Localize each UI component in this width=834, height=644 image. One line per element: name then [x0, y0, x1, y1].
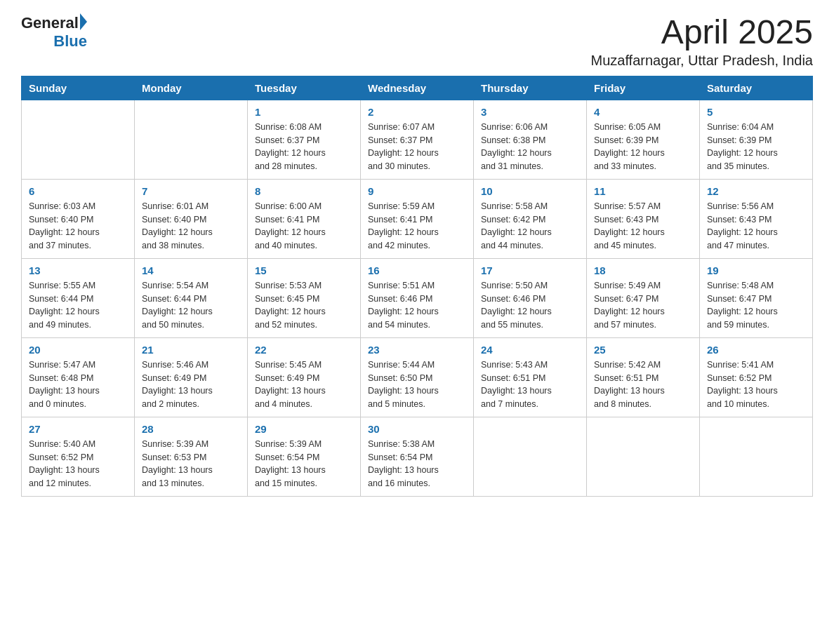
- calendar-cell: 15Sunrise: 5:53 AM Sunset: 6:45 PM Dayli…: [248, 258, 361, 337]
- calendar-cell: 13Sunrise: 5:55 AM Sunset: 6:44 PM Dayli…: [22, 258, 135, 337]
- day-info: Sunrise: 5:55 AM Sunset: 6:44 PM Dayligh…: [29, 279, 127, 332]
- day-info: Sunrise: 5:51 AM Sunset: 6:46 PM Dayligh…: [368, 279, 466, 332]
- logo: General Blue: [21, 14, 87, 51]
- day-info: Sunrise: 5:45 AM Sunset: 6:49 PM Dayligh…: [255, 358, 353, 411]
- day-number: 4: [594, 106, 692, 118]
- calendar-cell: 1Sunrise: 6:08 AM Sunset: 6:37 PM Daylig…: [248, 100, 361, 179]
- day-info: Sunrise: 6:01 AM Sunset: 6:40 PM Dayligh…: [142, 200, 240, 253]
- day-number: 30: [368, 423, 466, 435]
- calendar-cell: [474, 417, 587, 496]
- day-info: Sunrise: 5:38 AM Sunset: 6:54 PM Dayligh…: [368, 438, 466, 490]
- day-info: Sunrise: 6:07 AM Sunset: 6:37 PM Dayligh…: [368, 121, 466, 173]
- calendar-cell: 6Sunrise: 6:03 AM Sunset: 6:40 PM Daylig…: [22, 179, 135, 258]
- day-info: Sunrise: 5:50 AM Sunset: 6:46 PM Dayligh…: [481, 279, 579, 332]
- calendar-day-header: Thursday: [474, 76, 587, 100]
- calendar-cell: 16Sunrise: 5:51 AM Sunset: 6:46 PM Dayli…: [361, 258, 474, 337]
- day-number: 20: [29, 344, 127, 356]
- day-info: Sunrise: 5:42 AM Sunset: 6:51 PM Dayligh…: [594, 358, 692, 411]
- day-info: Sunrise: 6:05 AM Sunset: 6:39 PM Dayligh…: [594, 121, 692, 173]
- title-block: April 2025 Muzaffarnagar, Uttar Pradesh,…: [591, 14, 813, 69]
- day-info: Sunrise: 5:39 AM Sunset: 6:54 PM Dayligh…: [255, 438, 353, 490]
- day-info: Sunrise: 5:46 AM Sunset: 6:49 PM Dayligh…: [142, 358, 240, 411]
- day-info: Sunrise: 5:56 AM Sunset: 6:43 PM Dayligh…: [707, 200, 805, 253]
- calendar-cell: 23Sunrise: 5:44 AM Sunset: 6:50 PM Dayli…: [361, 337, 474, 417]
- calendar-day-header: Saturday: [700, 76, 813, 100]
- day-number: 24: [481, 344, 579, 356]
- day-number: 28: [142, 423, 240, 435]
- calendar-cell: [22, 100, 135, 179]
- day-number: 29: [255, 423, 353, 435]
- day-number: 3: [481, 106, 579, 118]
- calendar-day-header: Friday: [587, 76, 700, 100]
- calendar-cell: 14Sunrise: 5:54 AM Sunset: 6:44 PM Dayli…: [135, 258, 248, 337]
- day-info: Sunrise: 5:47 AM Sunset: 6:48 PM Dayligh…: [29, 358, 127, 411]
- calendar-cell: 29Sunrise: 5:39 AM Sunset: 6:54 PM Dayli…: [248, 417, 361, 496]
- calendar-cell: [587, 417, 700, 496]
- day-info: Sunrise: 5:39 AM Sunset: 6:53 PM Dayligh…: [142, 438, 240, 490]
- day-number: 13: [29, 264, 127, 276]
- calendar-cell: 21Sunrise: 5:46 AM Sunset: 6:49 PM Dayli…: [135, 337, 248, 417]
- calendar-cell: 5Sunrise: 6:04 AM Sunset: 6:39 PM Daylig…: [700, 100, 813, 179]
- day-number: 7: [142, 185, 240, 197]
- day-number: 2: [368, 106, 466, 118]
- day-number: 19: [707, 264, 805, 276]
- logo-general-text: General: [21, 14, 79, 32]
- day-number: 1: [255, 106, 353, 118]
- day-number: 11: [594, 185, 692, 197]
- day-info: Sunrise: 5:53 AM Sunset: 6:45 PM Dayligh…: [255, 279, 353, 332]
- page-header: General Blue April 2025 Muzaffarnagar, U…: [21, 14, 813, 69]
- day-info: Sunrise: 6:08 AM Sunset: 6:37 PM Dayligh…: [255, 121, 353, 173]
- calendar-cell: 4Sunrise: 6:05 AM Sunset: 6:39 PM Daylig…: [587, 100, 700, 179]
- day-number: 14: [142, 264, 240, 276]
- day-info: Sunrise: 6:03 AM Sunset: 6:40 PM Dayligh…: [29, 200, 127, 253]
- calendar-cell: 19Sunrise: 5:48 AM Sunset: 6:47 PM Dayli…: [700, 258, 813, 337]
- calendar-cell: 27Sunrise: 5:40 AM Sunset: 6:52 PM Dayli…: [22, 417, 135, 496]
- day-number: 15: [255, 264, 353, 276]
- day-number: 6: [29, 185, 127, 197]
- calendar-week-row: 20Sunrise: 5:47 AM Sunset: 6:48 PM Dayli…: [22, 337, 813, 417]
- calendar-cell: 28Sunrise: 5:39 AM Sunset: 6:53 PM Dayli…: [135, 417, 248, 496]
- calendar-cell: 11Sunrise: 5:57 AM Sunset: 6:43 PM Dayli…: [587, 179, 700, 258]
- day-number: 8: [255, 185, 353, 197]
- calendar-cell: 9Sunrise: 5:59 AM Sunset: 6:41 PM Daylig…: [361, 179, 474, 258]
- calendar-cell: 7Sunrise: 6:01 AM Sunset: 6:40 PM Daylig…: [135, 179, 248, 258]
- day-info: Sunrise: 5:54 AM Sunset: 6:44 PM Dayligh…: [142, 279, 240, 332]
- calendar-cell: 30Sunrise: 5:38 AM Sunset: 6:54 PM Dayli…: [361, 417, 474, 496]
- calendar-cell: [135, 100, 248, 179]
- day-info: Sunrise: 5:57 AM Sunset: 6:43 PM Dayligh…: [594, 200, 692, 253]
- calendar-cell: 2Sunrise: 6:07 AM Sunset: 6:37 PM Daylig…: [361, 100, 474, 179]
- logo-blue-text: Blue: [53, 32, 87, 51]
- calendar-cell: 18Sunrise: 5:49 AM Sunset: 6:47 PM Dayli…: [587, 258, 700, 337]
- day-number: 17: [481, 264, 579, 276]
- day-info: Sunrise: 5:41 AM Sunset: 6:52 PM Dayligh…: [707, 358, 805, 411]
- day-info: Sunrise: 5:48 AM Sunset: 6:47 PM Dayligh…: [707, 279, 805, 332]
- day-number: 12: [707, 185, 805, 197]
- day-number: 25: [594, 344, 692, 356]
- calendar-cell: 3Sunrise: 6:06 AM Sunset: 6:38 PM Daylig…: [474, 100, 587, 179]
- day-number: 26: [707, 344, 805, 356]
- day-info: Sunrise: 5:43 AM Sunset: 6:51 PM Dayligh…: [481, 358, 579, 411]
- calendar-cell: [700, 417, 813, 496]
- calendar-subtitle: Muzaffarnagar, Uttar Pradesh, India: [591, 53, 813, 69]
- day-info: Sunrise: 5:59 AM Sunset: 6:41 PM Dayligh…: [368, 200, 466, 253]
- day-number: 22: [255, 344, 353, 356]
- calendar-day-header: Sunday: [22, 76, 135, 100]
- day-number: 18: [594, 264, 692, 276]
- day-info: Sunrise: 5:49 AM Sunset: 6:47 PM Dayligh…: [594, 279, 692, 332]
- calendar-cell: 26Sunrise: 5:41 AM Sunset: 6:52 PM Dayli…: [700, 337, 813, 417]
- day-info: Sunrise: 6:04 AM Sunset: 6:39 PM Dayligh…: [707, 121, 805, 173]
- calendar-cell: 24Sunrise: 5:43 AM Sunset: 6:51 PM Dayli…: [474, 337, 587, 417]
- day-number: 9: [368, 185, 466, 197]
- day-number: 5: [707, 106, 805, 118]
- calendar-week-row: 1Sunrise: 6:08 AM Sunset: 6:37 PM Daylig…: [22, 100, 813, 179]
- day-info: Sunrise: 5:40 AM Sunset: 6:52 PM Dayligh…: [29, 438, 127, 490]
- calendar-title: April 2025: [591, 14, 813, 51]
- calendar-day-header: Wednesday: [361, 76, 474, 100]
- calendar-day-header: Tuesday: [248, 76, 361, 100]
- calendar-cell: 22Sunrise: 5:45 AM Sunset: 6:49 PM Dayli…: [248, 337, 361, 417]
- day-number: 23: [368, 344, 466, 356]
- calendar-cell: 8Sunrise: 6:00 AM Sunset: 6:41 PM Daylig…: [248, 179, 361, 258]
- day-info: Sunrise: 6:00 AM Sunset: 6:41 PM Dayligh…: [255, 200, 353, 253]
- calendar-week-row: 27Sunrise: 5:40 AM Sunset: 6:52 PM Dayli…: [22, 417, 813, 496]
- calendar-cell: 17Sunrise: 5:50 AM Sunset: 6:46 PM Dayli…: [474, 258, 587, 337]
